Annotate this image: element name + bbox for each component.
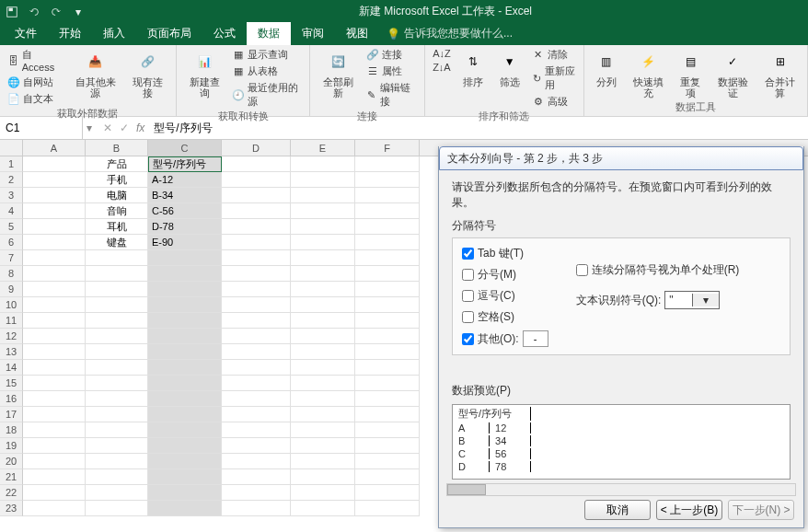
cell-A12[interactable] (23, 329, 86, 344)
cell-E17[interactable] (291, 407, 355, 422)
cell-C12[interactable] (148, 329, 222, 344)
next-button[interactable]: 下一步(N) > (728, 500, 794, 520)
tab-home[interactable]: 开始 (48, 22, 92, 45)
row-header-12[interactable]: 12 (0, 329, 23, 344)
cell-A4[interactable] (23, 203, 86, 219)
cell-B14[interactable] (86, 360, 148, 376)
cell-B15[interactable] (86, 376, 148, 391)
cell-D3[interactable] (222, 188, 291, 203)
cell-B3[interactable]: 电脑 (86, 188, 148, 203)
cell-F3[interactable] (355, 188, 420, 203)
cell-D23[interactable] (222, 501, 291, 516)
cell-D17[interactable] (222, 407, 291, 422)
cell-D18[interactable] (222, 422, 291, 438)
cell-F7[interactable] (355, 250, 420, 266)
data-validation-button[interactable]: ✓数据验证 (711, 47, 755, 100)
cell-B5[interactable]: 耳机 (86, 219, 148, 235)
cell-E3[interactable] (291, 188, 355, 203)
cell-D6[interactable] (222, 235, 291, 250)
cell-E4[interactable] (291, 203, 355, 219)
cell-A16[interactable] (23, 391, 86, 407)
row-header-17[interactable]: 17 (0, 407, 23, 422)
cell-D7[interactable] (222, 250, 291, 266)
namebox-dropdown-icon[interactable]: ▾ (83, 121, 96, 134)
save-icon[interactable] (4, 4, 20, 20)
cell-C13[interactable] (148, 344, 222, 360)
cell-E20[interactable] (291, 454, 355, 469)
cell-C9[interactable] (148, 282, 222, 297)
tab-review[interactable]: 审阅 (291, 22, 335, 45)
cell-F21[interactable] (355, 469, 420, 485)
row-header-22[interactable]: 22 (0, 485, 23, 501)
row-header-19[interactable]: 19 (0, 438, 23, 454)
row-header-14[interactable]: 14 (0, 360, 23, 376)
row-header-4[interactable]: 4 (0, 203, 23, 219)
row-header-6[interactable]: 6 (0, 235, 23, 250)
cell-F15[interactable] (355, 376, 420, 391)
cell-C2[interactable]: A-12 (148, 172, 222, 188)
cell-A8[interactable] (23, 266, 86, 282)
cell-C15[interactable] (148, 376, 222, 391)
tell-me-search[interactable]: 💡 告诉我您想要做什么... (379, 22, 520, 45)
cell-B16[interactable] (86, 391, 148, 407)
cell-B2[interactable]: 手机 (86, 172, 148, 188)
row-header-15[interactable]: 15 (0, 376, 23, 391)
show-queries-button[interactable]: ▦显示查询 (230, 47, 304, 63)
row-header-7[interactable]: 7 (0, 250, 23, 266)
cell-E11[interactable] (291, 313, 355, 329)
cell-A23[interactable] (23, 501, 86, 516)
from-table-button[interactable]: ▦从表格 (230, 64, 304, 79)
cell-C22[interactable] (148, 485, 222, 501)
row-header-8[interactable]: 8 (0, 266, 23, 282)
cell-D10[interactable] (222, 297, 291, 313)
cell-F17[interactable] (355, 407, 420, 422)
cell-E14[interactable] (291, 360, 355, 376)
cell-B8[interactable] (86, 266, 148, 282)
cell-A2[interactable] (23, 172, 86, 188)
cancel-button[interactable]: 取消 (584, 500, 651, 520)
cell-C19[interactable] (148, 438, 222, 454)
column-header-F[interactable]: F (355, 140, 420, 156)
row-header-5[interactable]: 5 (0, 219, 23, 235)
cell-A9[interactable] (23, 282, 86, 297)
cell-D15[interactable] (222, 376, 291, 391)
text-to-columns-button[interactable]: ▥分列 (590, 47, 623, 89)
remove-duplicates-button[interactable]: ▤重复项 (674, 47, 708, 100)
row-header-23[interactable]: 23 (0, 501, 23, 516)
cell-D12[interactable] (222, 329, 291, 344)
cell-C3[interactable]: B-34 (148, 188, 222, 203)
cell-B9[interactable] (86, 282, 148, 297)
cell-E21[interactable] (291, 469, 355, 485)
consolidate-button[interactable]: ⊞合并计算 (758, 47, 802, 100)
cell-B21[interactable] (86, 469, 148, 485)
from-access-button[interactable]: 🗄自 Access (6, 47, 64, 74)
from-other-button[interactable]: 📥自其他来源 (68, 47, 121, 100)
cell-E8[interactable] (291, 266, 355, 282)
row-header-16[interactable]: 16 (0, 391, 23, 407)
row-header-21[interactable]: 21 (0, 469, 23, 485)
cell-C1[interactable]: 型号/序列号 (148, 156, 222, 172)
cell-C18[interactable] (148, 422, 222, 438)
tab-insert[interactable]: 插入 (92, 22, 136, 45)
sort-az-button[interactable]: A↓Z (431, 47, 453, 60)
from-web-button[interactable]: 🌐自网站 (6, 75, 64, 90)
cell-B10[interactable] (86, 297, 148, 313)
cell-A15[interactable] (23, 376, 86, 391)
cell-C6[interactable]: E-90 (148, 235, 222, 250)
existing-connections-button[interactable]: 🔗现有连接 (126, 47, 170, 100)
cell-B20[interactable] (86, 454, 148, 469)
cell-A21[interactable] (23, 469, 86, 485)
cancel-formula-icon[interactable]: ✕ (103, 121, 112, 134)
cell-F13[interactable] (355, 344, 420, 360)
clear-filter-button[interactable]: ✕清除 (530, 47, 578, 63)
cell-F1[interactable] (355, 156, 420, 172)
row-header-18[interactable]: 18 (0, 422, 23, 438)
row-header-11[interactable]: 11 (0, 313, 23, 329)
row-header-9[interactable]: 9 (0, 282, 23, 297)
qat-dropdown-icon[interactable]: ▾ (70, 4, 87, 20)
cell-D21[interactable] (222, 469, 291, 485)
cell-A3[interactable] (23, 188, 86, 203)
cell-E16[interactable] (291, 391, 355, 407)
cell-A6[interactable] (23, 235, 86, 250)
confirm-formula-icon[interactable]: ✓ (120, 121, 129, 134)
